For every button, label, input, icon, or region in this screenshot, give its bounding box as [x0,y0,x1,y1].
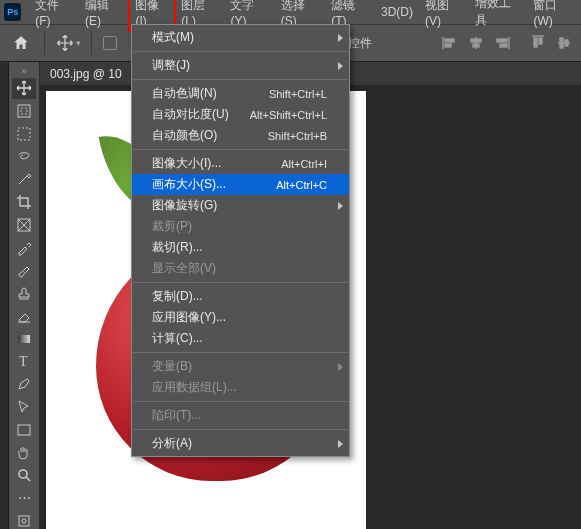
menubar: Ps 文件(F) 编辑(E) 图像(I) 图层(L) 文字(Y) 选择(S) 滤… [0,0,581,24]
menu-item[interactable]: 分析(A) [132,433,349,454]
menu-item-label: 自动色调(N) [152,85,269,102]
menu-file[interactable]: 文件(F) [29,0,79,31]
menu-item-shortcut: Shift+Ctrl+B [268,130,327,142]
menu-item-label: 裁切(R)... [152,239,327,256]
eraser-tool-icon[interactable] [12,306,36,327]
align-right-icon[interactable] [491,32,513,54]
menu-item[interactable]: 裁切(R)... [132,237,349,258]
menu-item[interactable]: 自动色调(N)Shift+Ctrl+L [132,83,349,104]
auto-select-checkbox[interactable] [100,28,120,58]
svg-rect-21 [18,335,30,343]
shape-tool-icon[interactable] [12,419,36,440]
document-tab[interactable]: 003.jpg @ 10 [50,67,122,81]
svg-rect-17 [18,128,30,140]
type-tool-icon[interactable]: T [12,351,36,372]
palette-expand-icon[interactable]: » [21,66,26,76]
pen-tool-icon[interactable] [12,374,36,395]
tool-palette: » T ⋯ [9,62,40,529]
menu-item-label: 自动对比度(U) [152,106,250,123]
submenu-arrow-icon [338,363,343,371]
menu-item[interactable]: 复制(D)... [132,286,349,307]
menu-item: 陷印(T)... [132,405,349,426]
menu-item-label: 显示全部(V) [152,260,327,277]
menu-item[interactable]: 图像大小(I)...Alt+Ctrl+I [132,153,349,174]
menu-item-label: 图像大小(I)... [152,155,281,172]
menu-item[interactable]: 模式(M) [132,27,349,48]
align-center-h-icon[interactable] [465,32,487,54]
menu-separator [133,51,348,52]
svg-rect-4 [471,39,481,42]
align-top-icon[interactable] [527,32,549,54]
svg-rect-2 [445,44,451,47]
menu-view[interactable]: 视图(V) [419,0,469,31]
menu-item[interactable]: 自动颜色(O)Shift+Ctrl+B [132,125,349,146]
hand-tool-icon[interactable] [12,442,36,463]
svg-point-27 [22,519,26,523]
menu-window[interactable]: 窗口(W) [527,0,581,31]
app-logo: Ps [4,3,21,21]
align-middle-icon[interactable] [553,32,575,54]
svg-rect-16 [21,108,27,114]
menu-item-shortcut: Shift+Ctrl+L [269,88,327,100]
artboard-tool-icon[interactable] [12,101,36,122]
svg-rect-8 [500,44,507,47]
menu-item[interactable]: 画布大小(S)...Alt+Ctrl+C [132,174,349,195]
panel-strip [0,62,9,529]
crop-tool-icon[interactable] [12,192,36,213]
move-tool-indicator[interactable]: ▾ [53,28,83,58]
svg-rect-10 [534,38,537,47]
menu-item[interactable]: 调整(J) [132,55,349,76]
menu-item: 裁剪(P) [132,216,349,237]
menu-item-label: 自动颜色(O) [152,127,268,144]
menu-item-shortcut: Alt+Ctrl+I [281,158,327,170]
menu-separator [133,149,348,150]
lasso-tool-icon[interactable] [12,146,36,167]
submenu-arrow-icon [338,62,343,70]
svg-rect-11 [539,38,542,44]
menu-item[interactable]: 自动对比度(U)Alt+Shift+Ctrl+L [132,104,349,125]
submenu-arrow-icon [338,440,343,448]
more-tools-icon[interactable]: ⋯ [12,488,36,509]
menu-item-label: 复制(D)... [152,288,327,305]
menu-separator [133,429,348,430]
svg-point-24 [19,470,27,478]
svg-rect-14 [565,40,568,46]
menu-item-shortcut: Alt+Ctrl+C [276,179,327,191]
home-button[interactable] [6,28,36,58]
svg-rect-26 [19,516,29,526]
menu-item-label: 变量(B) [152,358,327,375]
menu-3d[interactable]: 3D(D) [375,2,419,22]
svg-rect-15 [18,105,30,117]
menu-item-label: 应用数据组(L)... [152,379,327,396]
marquee-tool-icon[interactable] [12,124,36,145]
zoom-tool-icon[interactable] [12,465,36,486]
menu-item[interactable]: 图像旋转(G) [132,195,349,216]
divider [91,31,92,55]
menu-item-label: 计算(C)... [152,330,327,347]
menu-item[interactable]: 计算(C)... [132,328,349,349]
menu-item: 显示全部(V) [132,258,349,279]
svg-rect-1 [445,39,454,42]
menu-item-label: 图像旋转(G) [152,197,327,214]
align-left-icon[interactable] [439,32,461,54]
menu-item[interactable]: 应用图像(Y)... [132,307,349,328]
svg-rect-5 [473,44,479,47]
edit-toolbar-icon[interactable] [12,510,36,529]
svg-line-25 [26,477,30,481]
menu-item-label: 分析(A) [152,435,327,452]
stamp-tool-icon[interactable] [12,283,36,304]
menu-edit[interactable]: 编辑(E) [79,0,129,31]
wand-tool-icon[interactable] [12,169,36,190]
image-menu-dropdown: 模式(M)调整(J)自动色调(N)Shift+Ctrl+L自动对比度(U)Alt… [131,24,350,457]
menu-plugins[interactable]: 增效工具 [469,0,527,32]
brush-tool-icon[interactable] [12,260,36,281]
menu-item-shortcut: Alt+Shift+Ctrl+L [250,109,327,121]
path-select-tool-icon[interactable] [12,397,36,418]
svg-text:T: T [19,354,28,369]
menu-item-label: 应用图像(Y)... [152,309,327,326]
eyedropper-tool-icon[interactable] [12,237,36,258]
move-tool-icon[interactable] [12,78,36,99]
frame-tool-icon[interactable] [12,215,36,236]
gradient-tool-icon[interactable] [12,328,36,349]
svg-rect-13 [560,38,563,48]
